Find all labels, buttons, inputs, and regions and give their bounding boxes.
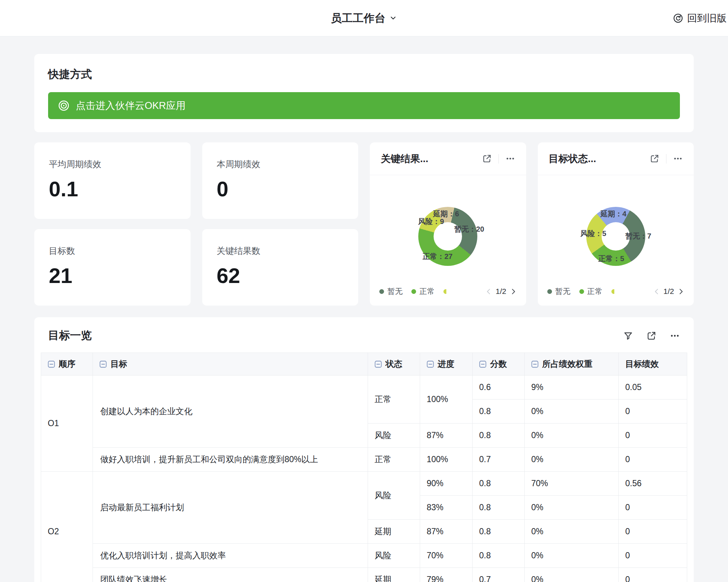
- page-title: 员工工作台: [331, 11, 385, 25]
- weight-cell: 0%: [525, 424, 619, 448]
- collapse-group-icon[interactable]: [531, 361, 539, 368]
- stat-card-objective-count: 目标数 21: [34, 229, 191, 306]
- table-row: 做好入职培训，提升新员工和公司双向的满意度到80%以上正常100%0.70%0: [41, 448, 687, 472]
- donut-segment-label: 风险：9: [418, 216, 444, 226]
- table-row: O2启动最新员工福利计划风险90%0.870%0.56: [41, 472, 687, 496]
- okr-app-banner[interactable]: 点击进入伙伴云OKR应用: [48, 92, 680, 119]
- score-cell: 0.8: [473, 472, 525, 496]
- column-label: 目标: [110, 358, 127, 370]
- column-header: 目标绩效: [619, 353, 687, 375]
- legend-dot: [547, 289, 552, 294]
- performance-cell: 0: [619, 496, 687, 520]
- status-cell: 风险: [368, 424, 420, 448]
- stat-value: 62: [217, 265, 344, 287]
- objective-cell: 团队绩效飞速增长: [93, 568, 368, 582]
- stat-label: 关键结果数: [217, 245, 344, 257]
- stat-card-avg-cycle-performance: 平均周期绩效 0.1: [34, 142, 191, 219]
- stat-label: 本周期绩效: [217, 158, 344, 170]
- overview-title: 目标一览: [48, 328, 92, 343]
- order-cell: O1: [41, 375, 93, 472]
- score-cell: 0.8: [473, 520, 525, 544]
- collapse-group-icon[interactable]: [99, 361, 107, 368]
- open-in-new-icon[interactable]: [646, 331, 657, 341]
- open-in-new-icon[interactable]: [482, 154, 492, 164]
- column-label: 进度: [438, 358, 454, 370]
- collapse-group-icon[interactable]: [479, 361, 486, 368]
- pager-prev-icon[interactable]: [485, 288, 492, 295]
- filter-icon[interactable]: [623, 331, 633, 341]
- collapse-group-icon[interactable]: [375, 361, 382, 368]
- legend-label: 正常: [587, 286, 603, 296]
- weight-cell: 0%: [525, 544, 619, 568]
- progress-cell: 90%: [420, 472, 473, 496]
- pager-next-icon[interactable]: [510, 288, 517, 295]
- collapse-group-icon[interactable]: [427, 361, 434, 368]
- revert-icon: [673, 13, 684, 24]
- stat-label: 目标数: [49, 245, 176, 257]
- shortcuts-title: 快捷方式: [48, 67, 680, 82]
- progress-cell: 87%: [420, 520, 473, 544]
- score-cell: 0.7: [473, 448, 525, 472]
- progress-cell: 79%: [420, 568, 473, 582]
- chart-title: 关键结果...: [381, 152, 428, 165]
- performance-cell: 0.56: [619, 472, 687, 496]
- pager-prev-icon[interactable]: [653, 288, 660, 295]
- topbar: 员工工作台 回到旧版: [0, 0, 728, 36]
- weight-cell: 70%: [525, 472, 619, 496]
- objective-cell: 创建以人为本的企业文化: [93, 375, 368, 448]
- overview-header: 目标一览: [34, 317, 694, 353]
- donut-segment-label: 风险：5: [580, 229, 606, 239]
- column-label: 分数: [490, 358, 507, 370]
- stat-value: 0.1: [49, 178, 176, 200]
- back-to-old-version-button[interactable]: 回到旧版: [673, 12, 727, 25]
- donut-chart[interactable]: 延期：6暂无：20正常：27风险：9: [418, 207, 477, 266]
- pager-next-icon[interactable]: [677, 288, 684, 295]
- table-row: 团队绩效飞速增长延期79%0.70%0: [41, 568, 687, 582]
- legend-item[interactable]: 暂无: [379, 286, 403, 296]
- workspace-switcher[interactable]: 员工工作台: [331, 11, 397, 25]
- collapse-group-icon[interactable]: [48, 361, 55, 368]
- objectives-table-body: O1创建以人为本的企业文化正常100%0.69%0.050.80%0风险87%0…: [41, 375, 687, 582]
- chart-title: 目标状态...: [549, 152, 596, 165]
- performance-cell: 0: [619, 544, 687, 568]
- table-row: O1创建以人为本的企业文化正常100%0.69%0.05: [41, 375, 687, 400]
- objectives-table: 顺序目标状态进度分数所占绩效权重目标绩效 O1创建以人为本的企业文化正常100%…: [41, 353, 687, 582]
- column-header: 状态: [368, 353, 420, 375]
- stats-grid: 平均周期绩效 0.1 本周期绩效 0 关键结果...: [34, 142, 694, 306]
- column-label: 所占绩效权重: [542, 358, 592, 370]
- legend-item[interactable]: 正常: [579, 286, 603, 296]
- progress-cell: 87%: [420, 424, 473, 448]
- objective-cell: 优化入职培训计划，提高入职效率: [93, 544, 368, 568]
- score-cell: 0.8: [473, 400, 525, 424]
- order-cell: O2: [41, 472, 93, 582]
- donut-chart[interactable]: 延期：4暂无：7正常：5风险：5: [586, 207, 645, 266]
- column-label: 目标绩效: [625, 358, 659, 370]
- score-cell: 0.8: [473, 424, 525, 448]
- more-actions-icon[interactable]: [673, 154, 683, 164]
- target-icon: [58, 99, 70, 112]
- weight-cell: 0%: [525, 400, 619, 424]
- progress-cell: 83%: [420, 496, 473, 520]
- chart-card-header: 关键结果...: [370, 142, 526, 175]
- objectives-overview-card: 目标一览 顺序目标状态进度分数所占绩效权重目标: [34, 317, 694, 582]
- objective-status-chart-card: 目标状态... 延期：4暂无：7正常：5风险：5 暂无正常: [538, 142, 694, 306]
- donut-segment-label: 暂无：7: [625, 231, 651, 241]
- more-actions-icon[interactable]: [505, 154, 515, 164]
- table-header-row: 顺序目标状态进度分数所占绩效权重目标绩效: [41, 353, 687, 375]
- legend-item[interactable]: 暂无: [547, 286, 571, 296]
- legend-dot: [411, 289, 416, 294]
- pager-indicator: 1/2: [664, 287, 674, 296]
- open-in-new-icon[interactable]: [650, 154, 659, 164]
- performance-cell: 0: [619, 520, 687, 544]
- more-actions-icon[interactable]: [670, 331, 680, 341]
- legend-dot: [579, 289, 584, 294]
- legend-item[interactable]: 正常: [411, 286, 435, 296]
- okr-app-banner-label: 点击进入伙伴云OKR应用: [76, 99, 186, 112]
- back-to-old-version-label: 回到旧版: [687, 12, 727, 25]
- donut-chart-area: 延期：4暂无：7正常：5风险：5: [538, 175, 694, 277]
- status-cell: 风险: [368, 472, 420, 520]
- key-results-chart-card: 关键结果... 延期：6暂无：20正常：27风险：9 暂无正常: [370, 142, 526, 306]
- objective-cell: 启动最新员工福利计划: [93, 472, 368, 544]
- column-header: 进度: [420, 353, 473, 375]
- weight-cell: 0%: [525, 520, 619, 544]
